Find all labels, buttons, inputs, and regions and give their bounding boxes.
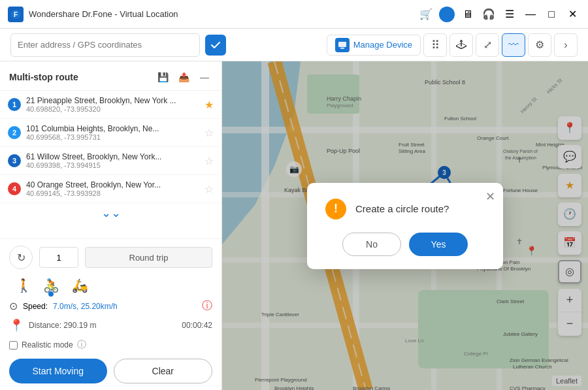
route-coords-2: 40.699568, -73.995731 bbox=[26, 133, 199, 141]
title-bar: F Wondershare Dr.Fone - Virtual Location… bbox=[0, 0, 588, 29]
bike-transport-button[interactable]: 🚴 bbox=[42, 276, 60, 294]
route-number-1: 1 bbox=[8, 98, 21, 111]
route-item: 1 21 Pineapple Street, Brooklyn, New Yor… bbox=[0, 91, 221, 119]
loop-row: ↻ Round trip bbox=[9, 246, 212, 269]
svg-text:F: F bbox=[14, 11, 18, 18]
more-button[interactable]: › bbox=[554, 33, 578, 57]
panel-header: Multi-stop route 💾 📤 — bbox=[0, 61, 221, 91]
expand-arrow[interactable]: ⌄⌄ bbox=[0, 203, 221, 223]
realistic-mode-label: Realistic mode bbox=[22, 340, 73, 349]
main-layout: Multi-stop route 💾 📤 — 1 21 Pineapple St… bbox=[0, 61, 588, 390]
app-logo: F bbox=[8, 7, 24, 22]
dialog-actions: No Yes bbox=[325, 233, 485, 256]
monitor-icon[interactable]: 🖥 bbox=[460, 7, 476, 22]
svg-rect-3 bbox=[340, 48, 344, 49]
speed-label: Speed: bbox=[23, 302, 48, 311]
controls-section: ↻ Round trip 🚶 🚴 🛵 ⊙ Spee bbox=[0, 238, 221, 390]
route-address-3: 61 Willow Street, Brooklyn, New York... bbox=[26, 152, 199, 161]
distance-row: 📍 Distance: 290.19 m 00:00:42 bbox=[9, 318, 212, 333]
round-trip-button[interactable]: Round trip bbox=[85, 247, 212, 268]
search-button[interactable] bbox=[205, 35, 226, 56]
user-icon[interactable]: 👤 bbox=[439, 7, 455, 22]
dialog-text: Create a circle route? bbox=[355, 203, 449, 214]
panel-header-icons: 💾 📤 — bbox=[155, 69, 212, 85]
realistic-mode-checkbox[interactable] bbox=[9, 341, 18, 349]
route-info-2: 101 Columbia Heights, Brooklyn, Ne... 40… bbox=[26, 124, 199, 141]
speed-info-icon[interactable]: ⓘ bbox=[202, 299, 212, 313]
maximize-button[interactable]: □ bbox=[544, 7, 559, 22]
action-row: Start Moving Clear bbox=[9, 359, 212, 383]
route-coords-1: 40.698820, -73.995320 bbox=[26, 105, 199, 113]
walk-transport-button[interactable]: 🚶 bbox=[13, 276, 31, 294]
dialog-box: ✕ ! Create a circle route? No Yes bbox=[307, 183, 503, 269]
route-list: 1 21 Pineapple Street, Brooklyn, New Yor… bbox=[0, 91, 221, 238]
svg-text:🛵: 🛵 bbox=[72, 278, 88, 293]
star-empty-3[interactable]: ☆ bbox=[204, 155, 214, 167]
settings-button[interactable]: ⚙ bbox=[528, 33, 551, 57]
menu-icon[interactable]: ☰ bbox=[502, 7, 517, 22]
dots-grid-button[interactable]: ⠿ bbox=[423, 33, 447, 57]
route-info-3: 61 Willow Street, Brooklyn, New York... … bbox=[26, 152, 199, 169]
panel-title: Multi-stop route bbox=[9, 72, 155, 82]
route-number-2: 2 bbox=[8, 126, 21, 139]
left-panel: Multi-stop route 💾 📤 — 1 21 Pineapple St… bbox=[0, 61, 222, 390]
minimize-button[interactable]: — bbox=[523, 7, 538, 22]
loop-count-input[interactable] bbox=[39, 247, 78, 268]
route-button[interactable]: 〰 bbox=[502, 33, 525, 57]
search-input[interactable] bbox=[18, 40, 193, 50]
route-number-4: 4 bbox=[8, 182, 21, 195]
search-wrapper bbox=[10, 33, 200, 57]
manage-device-label: Manage Device bbox=[353, 40, 412, 50]
route-coords-3: 40.699398, -73.994915 bbox=[26, 161, 199, 169]
route-info-1: 21 Pineapple Street, Brooklyn, New York … bbox=[26, 96, 199, 113]
star-filled-1[interactable]: ★ bbox=[204, 99, 214, 111]
panel-save-icon[interactable]: 💾 bbox=[155, 69, 171, 85]
toolbar: Manage Device ⠿ 🕹 ⤢ 〰 ⚙ › bbox=[0, 29, 588, 61]
speed-icon: ⊙ bbox=[9, 300, 18, 312]
distance-icon: 📍 bbox=[9, 318, 24, 333]
speed-value: 7.0m/s, 25.20km/h bbox=[53, 302, 118, 311]
toolbar-right: Manage Device ⠿ 🕹 ⤢ 〰 ⚙ › bbox=[327, 33, 578, 57]
window-controls: 🛒 👤 🖥 🎧 ☰ — □ ✕ bbox=[418, 7, 580, 22]
start-moving-button[interactable]: Start Moving bbox=[9, 359, 107, 383]
dialog-close-button[interactable]: ✕ bbox=[485, 189, 495, 204]
route-address-2: 101 Columbia Heights, Brooklyn, Ne... bbox=[26, 124, 199, 133]
realistic-info-icon[interactable]: ⓘ bbox=[77, 339, 86, 351]
star-empty-2[interactable]: ☆ bbox=[204, 127, 214, 139]
dialog-yes-button[interactable]: Yes bbox=[409, 233, 468, 256]
map-area[interactable]: 1 2 3 4 Harry Chapin Playground Public S… bbox=[222, 61, 588, 390]
realistic-mode-row: Realistic mode ⓘ bbox=[9, 339, 212, 351]
cart-icon[interactable]: 🛒 bbox=[418, 7, 434, 22]
dialog-no-button[interactable]: No bbox=[342, 233, 401, 256]
route-address-1: 21 Pineapple Street, Brooklyn, New York … bbox=[26, 96, 199, 105]
panel-export-icon[interactable]: 📤 bbox=[176, 69, 191, 85]
clear-button[interactable]: Clear bbox=[114, 359, 213, 383]
route-number-3: 3 bbox=[8, 154, 21, 167]
dialog-overlay: ✕ ! Create a circle route? No Yes bbox=[222, 61, 588, 390]
route-address-4: 40 Orange Street, Brooklyn, New Yor... bbox=[26, 180, 199, 189]
route-info-4: 40 Orange Street, Brooklyn, New Yor... 4… bbox=[26, 180, 199, 197]
duration-label: 00:00:42 bbox=[182, 321, 212, 330]
svg-rect-2 bbox=[338, 42, 346, 47]
app-title: Wondershare Dr.Fone - Virtual Location bbox=[29, 9, 418, 19]
moped-transport-button[interactable]: 🛵 bbox=[71, 276, 89, 294]
manage-device-icon bbox=[335, 38, 350, 52]
manage-device-button[interactable]: Manage Device bbox=[327, 35, 421, 56]
dialog-content: ! Create a circle route? bbox=[325, 199, 485, 219]
joystick-button[interactable]: 🕹 bbox=[449, 33, 473, 57]
teleport-button[interactable]: ⤢ bbox=[476, 33, 499, 57]
headset-icon[interactable]: 🎧 bbox=[481, 7, 497, 22]
route-item: 2 101 Columbia Heights, Brooklyn, Ne... … bbox=[0, 119, 221, 147]
close-button[interactable]: ✕ bbox=[564, 7, 580, 22]
distance-label: Distance: 290.19 m bbox=[29, 321, 96, 330]
loop-icon: ↻ bbox=[9, 246, 33, 269]
star-empty-4[interactable]: ☆ bbox=[204, 183, 214, 195]
route-item: 4 40 Orange Street, Brooklyn, New Yor...… bbox=[0, 175, 221, 203]
route-item: 3 61 Willow Street, Brooklyn, New York..… bbox=[0, 147, 221, 175]
speed-row: ⊙ Speed: 7.0m/s, 25.20km/h ⓘ bbox=[9, 299, 212, 313]
transport-row: 🚶 🚴 🛵 bbox=[9, 276, 212, 294]
panel-close-icon[interactable]: — bbox=[197, 69, 212, 85]
svg-text:🚶: 🚶 bbox=[16, 278, 31, 293]
active-transport-dot bbox=[48, 291, 54, 297]
route-coords-4: 40.699145, -73.993928 bbox=[26, 189, 199, 197]
